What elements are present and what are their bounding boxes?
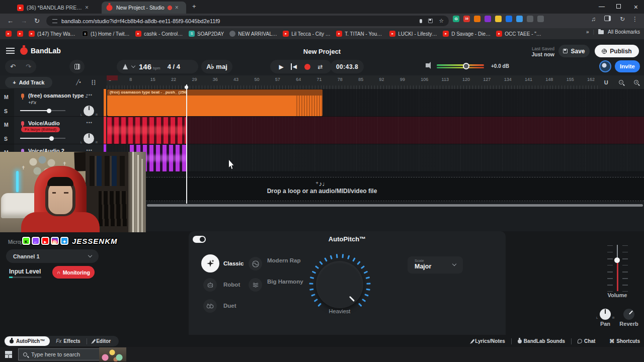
preset-big-harmony-button[interactable] (249, 278, 262, 292)
publish-button[interactable]: Publish (595, 45, 639, 57)
track-name[interactable]: (free) osamason type ... (28, 93, 88, 99)
preset-robot-button[interactable] (203, 278, 217, 292)
tab-autopitch[interactable]: AutoPitch™ (5, 336, 50, 346)
start-button[interactable] (5, 351, 12, 358)
extension-icon[interactable] (495, 16, 502, 22)
browser-menu-icon[interactable]: ⋮ (632, 16, 638, 23)
bookmark-item[interactable]: NEW ARRIVALS – Va... (229, 31, 277, 37)
window-maximize-button[interactable] (616, 4, 621, 9)
preset-classic-label[interactable]: Classic (223, 260, 244, 267)
url-text[interactable]: bandlab.com/studio?id=f4cb8b4d-a8db-ee11… (61, 18, 220, 24)
zoom-in-icon[interactable]: + (634, 80, 638, 84)
volume-slider-fill[interactable] (617, 260, 618, 291)
volume-slider-handle[interactable] (614, 257, 620, 263)
play-button[interactable]: ▶ (279, 63, 283, 70)
browser-tab-2-active[interactable]: New Project - Studio × (102, 2, 186, 14)
preset-big-harmony-label[interactable]: Big Harmony (267, 279, 303, 285)
bandlab-sounds-button[interactable]: BandLab Sounds (518, 338, 565, 344)
bookmark-item[interactable]: ▸T. TITAN - YouTube (336, 31, 384, 37)
window-close-button[interactable]: × (634, 3, 638, 11)
rewind-to-start-button[interactable]: ◀ (291, 63, 296, 70)
news-widget-thumbnail[interactable] (99, 347, 126, 361)
bookmark-item[interactable]: ▸OCC TAEE - "Mask... (496, 31, 544, 37)
preset-robot-label[interactable]: Robot (223, 282, 240, 288)
sync-icon[interactable]: ↻ (620, 16, 625, 23)
bookmarks-overflow-icon[interactable]: » (586, 29, 589, 35)
browser-tab-1[interactable]: ▸ (36) *BANDLAB PRESETS* How × (13, 2, 100, 14)
tab-effects[interactable]: Fx Effects (56, 338, 80, 344)
reload-icon[interactable]: ↻ (34, 17, 40, 25)
bookmark-item[interactable]: ▸ (17, 31, 23, 37)
pan-knob[interactable] (84, 133, 94, 144)
preset-duet-label[interactable]: Duet (223, 303, 236, 309)
address-bar[interactable]: bandlab.com/studio?id=f4cb8b4d-a8db-ee11… (46, 16, 449, 26)
all-bookmarks-button[interactable]: All Bookmarks (608, 29, 640, 35)
tab-editor[interactable]: Editor (93, 338, 111, 344)
extension-icon[interactable] (516, 16, 523, 22)
track-header-2[interactable]: M S Voice/Audio ••• Fx lazye (Edited) L … (0, 117, 107, 144)
user-avatar[interactable] (599, 60, 611, 72)
undo-icon[interactable]: ↶ (10, 63, 16, 70)
playhead[interactable] (186, 84, 187, 204)
track-fx-badge[interactable]: Fx lazye (Edited) (21, 127, 60, 132)
loop-button[interactable]: ⇄ (317, 63, 323, 70)
bookmark-item[interactable]: ▸LUCKI - LifestyleBra... (389, 31, 437, 37)
redo-icon[interactable]: ↷ (26, 63, 31, 70)
chat-button[interactable]: Chat (578, 338, 595, 344)
track-lane-2[interactable] (107, 117, 644, 144)
preset-classic-button[interactable] (201, 254, 219, 273)
bookmark-item[interactable]: ▸cashk - Controlling!... (135, 31, 183, 37)
extension-icon[interactable]: G (453, 16, 459, 22)
tab-close-icon[interactable]: × (85, 4, 89, 11)
scale-select[interactable]: Scale Major (408, 256, 463, 274)
side-panel-icon[interactable] (604, 16, 611, 21)
save-page-icon[interactable] (428, 19, 433, 23)
time-signature[interactable]: 4 / 4 (168, 63, 180, 70)
piano-roll-button[interactable] (69, 60, 85, 73)
track-name[interactable]: Voice/Audio (28, 120, 88, 126)
track-menu-icon[interactable]: ••• (87, 120, 93, 125)
pan-knob[interactable] (84, 106, 94, 116)
track-volume-slider[interactable] (20, 110, 65, 111)
window-minimize-button[interactable]: — (599, 3, 605, 10)
metronome-icon[interactable] (123, 64, 128, 69)
master-volume-slider[interactable] (437, 64, 484, 66)
forward-icon[interactable]: → (21, 17, 27, 25)
reverb-knob[interactable] (623, 309, 634, 320)
bookmark-item[interactable]: ▸ (6, 31, 12, 37)
bpm-value[interactable]: 146 (139, 62, 151, 71)
audio-clip-voice[interactable] (107, 117, 187, 144)
extension-icon[interactable] (527, 16, 533, 22)
autopitch-amount-knob[interactable] (316, 261, 363, 308)
bookmark-item[interactable]: ▸D Savage - Die For I... (443, 31, 491, 37)
extension-icon[interactable] (485, 16, 491, 22)
track-lane-3[interactable] (107, 144, 644, 172)
preset-modern-rap-label[interactable]: Modern Rap (267, 257, 300, 264)
bookmark-item[interactable]: X(1) Home / Twitter (82, 31, 130, 37)
track-menu-icon[interactable]: ••• (87, 93, 93, 98)
extension-icon[interactable] (506, 16, 512, 22)
preset-duet-button[interactable] (203, 299, 217, 313)
tempo-settings[interactable]: 146 bpm 4 / 4 (117, 60, 198, 73)
voice-search-icon[interactable] (420, 19, 422, 23)
monitoring-button[interactable]: ∩ Monitoring (52, 266, 95, 279)
tab-close-icon[interactable]: × (175, 4, 179, 11)
audio-clip-beat[interactable]: (free) osamason type beat - _push_ (256 (107, 89, 323, 116)
bookmark-star-icon[interactable]: ☆ (439, 18, 444, 24)
zoom-out-icon[interactable]: − (619, 80, 623, 84)
invite-button[interactable]: Invite (615, 60, 640, 72)
save-button[interactable]: Save (558, 45, 590, 57)
back-icon[interactable]: ← (7, 17, 14, 25)
mute-button[interactable]: M (4, 94, 9, 100)
lyrics-notes-button[interactable]: Lyrics/Notes (472, 338, 505, 344)
pan-knob[interactable] (600, 309, 611, 320)
speaker-icon[interactable] (426, 63, 429, 67)
bookmark-item[interactable]: ▸Lil Tecca - City Light... (283, 31, 331, 37)
key-signature-button[interactable]: A♭ maj (201, 60, 232, 73)
new-tab-button[interactable]: + (192, 3, 196, 10)
mute-button[interactable]: M (4, 122, 9, 128)
horizontal-scrollbar[interactable] (147, 204, 643, 207)
input-channel-select[interactable]: Channel 1 (6, 249, 99, 263)
track-fx-label[interactable]: +Fx (28, 100, 36, 105)
bookmark-item[interactable]: ▸(147) They Want Su!... (29, 31, 76, 37)
